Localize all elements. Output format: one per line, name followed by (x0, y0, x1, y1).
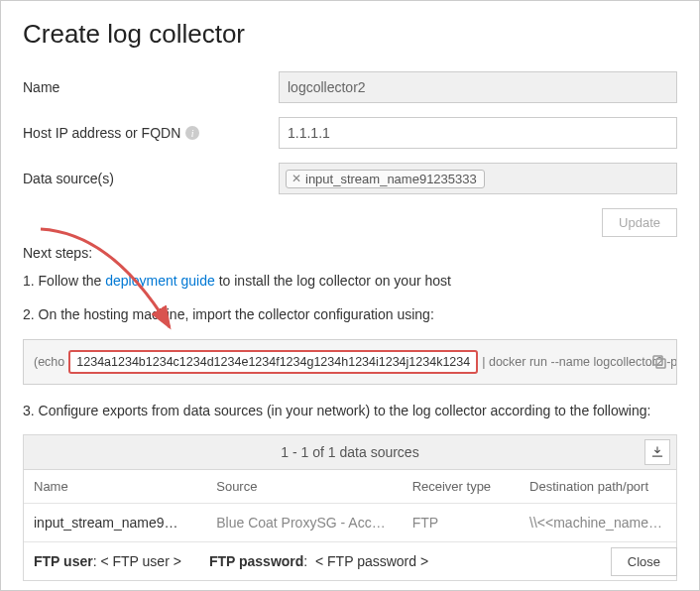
cell-source: Blue Coat ProxySG - Access l… (206, 503, 402, 541)
ftp-password: FTP password: < FTP password > (209, 553, 428, 569)
step-3: 3. Configure exports from data sources (… (23, 401, 677, 420)
datasource-input[interactable]: ✕ input_stream_name91235333 (279, 163, 677, 194)
name-row: Name (23, 71, 677, 103)
ftp-credentials-row: FTP user: < FTP user > FTP password: < F… (24, 542, 676, 580)
host-input[interactable] (279, 117, 677, 149)
deployment-guide-link[interactable]: deployment guide (105, 273, 215, 289)
col-name[interactable]: Name (24, 470, 206, 504)
step-2: 2. On the hosting machine, import the co… (23, 304, 677, 324)
copy-icon[interactable] (650, 353, 668, 371)
cell-name: input_stream_name9… (24, 503, 206, 541)
col-source[interactable]: Source (206, 470, 402, 504)
table-caption: 1 - 1 of 1 data sources (24, 435, 676, 470)
command-box: (echo 1234a1234b1234c1234d1234e1234f1234… (23, 339, 677, 385)
step-1: 1. Follow the deployment guide to instal… (23, 271, 677, 291)
dialog-title: Create log collector (23, 19, 677, 50)
svg-rect-1 (653, 356, 662, 365)
command-prefix: (echo (34, 355, 64, 369)
name-input[interactable] (279, 71, 677, 103)
download-button[interactable] (644, 439, 670, 465)
update-button[interactable]: Update (602, 208, 677, 237)
datasource-chip[interactable]: ✕ input_stream_name91235333 (286, 170, 485, 188)
svg-rect-0 (656, 359, 665, 368)
table-row[interactable]: input_stream_name9… Blue Coat ProxySG - … (24, 503, 676, 541)
cell-receiver: FTP (403, 503, 520, 541)
col-receiver[interactable]: Receiver type (403, 470, 520, 504)
datasource-label: Data source(s) (23, 171, 279, 186)
remove-chip-icon[interactable]: ✕ (292, 172, 301, 185)
datasource-row: Data source(s) ✕ input_stream_name912353… (23, 163, 677, 194)
create-log-collector-dialog: Create log collector Name Host IP addres… (0, 0, 700, 591)
host-label: Host IP address or FQDN i (23, 125, 279, 141)
col-dest[interactable]: Destination path/port (520, 470, 676, 504)
next-steps-heading: Next steps: (23, 245, 677, 261)
close-button[interactable]: Close (611, 547, 677, 576)
cell-dest: \\<<machine_name>>\input_stre… (520, 503, 676, 541)
ftp-user: FTP user: < FTP user > (34, 553, 181, 569)
command-token-highlight: 1234a1234b1234c1234d1234e1234f1234g1234h… (68, 350, 478, 374)
datasource-table-wrap: 1 - 1 of 1 data sources Name Source Rece… (23, 434, 677, 581)
command-suffix: | docker run --name logcollector2 -p 21:… (482, 355, 677, 369)
host-row: Host IP address or FQDN i (23, 117, 677, 149)
name-label: Name (23, 79, 279, 95)
info-icon[interactable]: i (185, 126, 199, 140)
datasource-table: Name Source Receiver type Destination pa… (24, 470, 676, 542)
